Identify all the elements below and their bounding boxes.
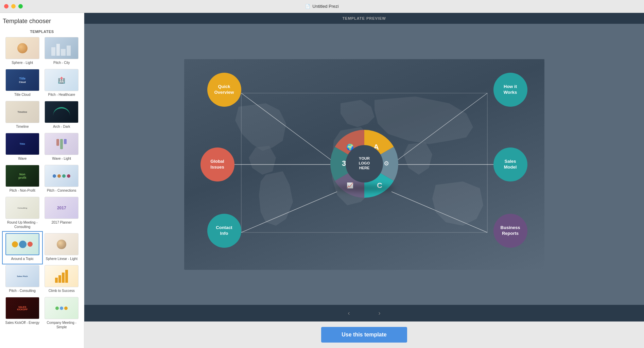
template-item-around-topic[interactable]: Around a Topic — [3, 232, 42, 264]
template-thumb-pitch-city — [45, 37, 79, 59]
template-thumb-pitch-healthcare: 🏥 — [45, 69, 79, 91]
template-thumb-saleskickoff: SALESKICKOFF — [5, 297, 39, 319]
main-layout: Template chooser TEMPLATES Sphere - Ligh… — [0, 13, 644, 348]
template-thumb-sphere-light — [5, 37, 39, 59]
template-name-wave: Wave — [18, 156, 27, 161]
template-item-pitch-consulting[interactable]: Sales Pitch Pitch - Consulting — [3, 264, 42, 296]
template-thumb-nonprofit: Nonprofit — [5, 165, 39, 187]
close-button[interactable] — [4, 4, 8, 8]
svg-text:⚙: ⚙ — [384, 160, 389, 167]
wheel-shadow — [334, 185, 395, 192]
template-thumb-wave: Title — [5, 133, 39, 155]
template-item-title-cloud[interactable]: TitleCloud Title Cloud — [3, 68, 42, 100]
template-name-pitch-connections: Pitch - Connections — [47, 188, 76, 193]
nav-bar: ‹ › — [84, 305, 644, 321]
template-item-sphere-linear[interactable]: Sphere Linear - Light — [42, 232, 82, 264]
template-grid: Sphere - Light Pitch - City — [0, 36, 84, 332]
node-how-it-works[interactable]: How itWorks — [493, 73, 527, 107]
template-item-arch-dark[interactable]: Arch - Dark — [42, 100, 82, 132]
template-item-sphere-light[interactable]: Sphere - Light — [3, 36, 42, 68]
template-thumb-company-meeting — [45, 297, 79, 319]
template-name-sphere-light: Sphere - Light — [12, 60, 33, 65]
template-name-2017planner: 2017 Planner — [52, 220, 72, 225]
template-name-sphere-linear: Sphere Linear - Light — [46, 257, 77, 261]
content-area: TEMPLATE PREVIEW — [84, 13, 644, 348]
template-thumb-timeline: Timeline — [5, 101, 39, 123]
node-sales-model[interactable]: SalesModel — [493, 147, 527, 181]
template-thumb-around-topic — [5, 233, 39, 255]
svg-text:LOGO: LOGO — [359, 161, 370, 165]
template-name-wave-light: Wave - Light — [52, 156, 71, 161]
svg-text:YOUR: YOUR — [359, 156, 370, 160]
template-name-nonprofit: Pitch - Non-Profit — [10, 188, 35, 193]
template-item-company-meeting[interactable]: Company Meeting - Simple — [42, 296, 82, 332]
node-global-issues[interactable]: GlobalIssues — [201, 147, 234, 181]
template-item-pitch-healthcare[interactable]: 🏥 Pitch - Healthcare — [42, 68, 82, 100]
template-name-title-cloud: Title Cloud — [14, 92, 30, 97]
template-item-pitch-connections[interactable]: Pitch - Connections — [42, 163, 82, 195]
preview-slide: A ⚙ C 📈 3 — [184, 59, 544, 270]
template-name-roundup: Round Up Meeting - Consulting — [4, 220, 41, 229]
template-item-saleskickoff[interactable]: SALESKICKOFF Sales KickOff - Energy — [3, 296, 42, 332]
template-name-timeline: Timeline — [16, 124, 29, 129]
preview-header: TEMPLATE PREVIEW — [84, 13, 644, 24]
node-quick-overview[interactable]: QuickOverview — [207, 73, 241, 107]
prev-nav-arrow[interactable]: ‹ — [344, 308, 354, 318]
template-thumb-climb-success — [45, 265, 79, 287]
template-thumb-arch-dark — [45, 101, 79, 123]
svg-text:HERE: HERE — [359, 166, 369, 170]
traffic-lights — [4, 4, 23, 8]
minimize-button[interactable] — [11, 4, 16, 8]
template-thumb-wave-light — [45, 133, 79, 155]
footer-bar: Use this template — [84, 321, 644, 348]
template-item-2017planner[interactable]: 2017 2017 Planner — [42, 195, 82, 232]
template-thumb-title-cloud: TitleCloud — [5, 69, 39, 91]
template-item-roundup[interactable]: Consulting Round Up Meeting - Consulting — [3, 195, 42, 232]
maximize-button[interactable] — [18, 4, 23, 8]
template-thumb-2017planner: 2017 — [45, 197, 79, 219]
template-thumb-roundup: Consulting — [5, 197, 39, 219]
template-name-company-meeting: Company Meeting - Simple — [43, 320, 80, 329]
template-item-timeline[interactable]: Timeline Timeline — [3, 100, 42, 132]
app-title: Template chooser — [0, 13, 84, 27]
use-template-button[interactable]: Use this template — [321, 327, 407, 343]
template-name-pitch-consulting: Pitch - Consulting — [9, 289, 36, 293]
template-thumb-pitch-consulting: Sales Pitch — [5, 265, 39, 287]
sidebar: Template chooser TEMPLATES Sphere - Ligh… — [0, 13, 84, 348]
doc-icon: 📄 — [305, 4, 310, 9]
template-item-climb-success[interactable]: Climb to Success — [42, 264, 82, 296]
template-name-pitch-healthcare: Pitch - Healthcare — [48, 92, 75, 97]
template-name-saleskickoff: Sales KickOff - Energy — [5, 320, 39, 325]
templates-section-label: TEMPLATES — [0, 27, 84, 36]
titlebar: 📄 Untitled Prezi — [0, 0, 644, 13]
template-item-wave[interactable]: Title Wave — [3, 132, 42, 163]
window-title: 📄 Untitled Prezi — [305, 4, 338, 9]
template-name-climb-success: Climb to Success — [49, 289, 75, 293]
next-nav-arrow[interactable]: › — [375, 308, 385, 318]
template-name-pitch-city: Pitch - City — [53, 60, 70, 65]
center-wheel: A ⚙ C 📈 3 — [324, 123, 405, 206]
template-thumb-pitch-connections — [45, 165, 79, 187]
template-name-around-topic: Around a Topic — [11, 257, 34, 261]
template-item-pitch-city[interactable]: Pitch - City — [42, 36, 82, 68]
template-thumb-sphere-linear — [45, 233, 79, 255]
template-name-arch-dark: Arch - Dark — [53, 124, 70, 129]
svg-text:3: 3 — [342, 159, 346, 167]
preview-canvas: A ⚙ C 📈 3 — [84, 24, 644, 305]
template-item-wave-light[interactable]: Wave - Light — [42, 132, 82, 163]
node-contact-info[interactable]: ContactInfo — [207, 214, 241, 248]
template-item-nonprofit[interactable]: Nonprofit Pitch - Non-Profit — [3, 163, 42, 195]
node-business-reports[interactable]: BusinessReports — [493, 214, 527, 248]
